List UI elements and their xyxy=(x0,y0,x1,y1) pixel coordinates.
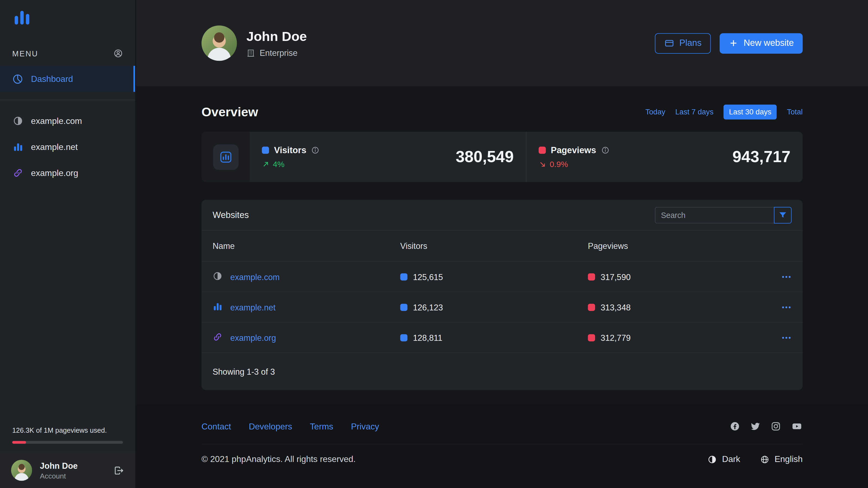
user-header: John Doe Enterprise xyxy=(246,29,307,58)
account-name: John Doe xyxy=(40,461,106,470)
visitors-value: 380,549 xyxy=(456,148,514,166)
trend-up-icon xyxy=(262,160,270,168)
pageviews-swatch xyxy=(588,334,595,341)
credit-card-icon xyxy=(664,38,675,48)
sidebar-item-example-org[interactable]: example.org xyxy=(0,160,135,186)
stat-delta-value: 0.9% xyxy=(550,160,568,169)
usage-section: 126.3K of 1M pageviews used. xyxy=(0,426,135,453)
plan-label: Enterprise xyxy=(259,48,298,58)
pageviews-count: 313,348 xyxy=(600,302,631,312)
account-card[interactable]: John Doe Account xyxy=(0,453,135,488)
contrast-icon xyxy=(12,116,23,126)
search-input[interactable] xyxy=(655,206,774,223)
visitors-count: 128,811 xyxy=(413,333,442,343)
filter-today[interactable]: Today xyxy=(645,108,665,116)
logout-icon[interactable] xyxy=(113,465,124,476)
twitter-icon[interactable] xyxy=(750,421,761,432)
user-circle-icon[interactable] xyxy=(113,49,123,58)
pageviews-swatch xyxy=(588,273,595,280)
pageviews-count: 312,779 xyxy=(600,333,631,343)
youtube-icon[interactable] xyxy=(791,421,803,432)
footer-link-contact[interactable]: Contact xyxy=(202,421,231,431)
visitors-count: 126,123 xyxy=(413,302,443,312)
page-title: John Doe xyxy=(246,29,307,44)
footer-link-terms[interactable]: Terms xyxy=(310,421,333,431)
sidebar-item-example-com[interactable]: example.com xyxy=(0,108,135,134)
filter-total[interactable]: Total xyxy=(787,108,803,116)
visitors-swatch xyxy=(400,303,408,311)
main: John Doe Enterprise xyxy=(136,0,868,488)
language-selector[interactable]: English xyxy=(760,454,803,464)
copyright: © 2021 phpAnalytics. All rights reserved… xyxy=(202,454,355,464)
info-icon[interactable] xyxy=(601,146,610,155)
usage-progress-fill xyxy=(12,441,26,444)
pageviews-swatch xyxy=(539,147,546,154)
footer-links: Contact Developers Terms Privacy xyxy=(202,421,379,431)
column-header-name: Name xyxy=(213,241,400,251)
link-icon xyxy=(12,167,23,178)
footer-link-developers[interactable]: Developers xyxy=(249,421,292,431)
table-row: example.net 126,123 313,348 xyxy=(202,292,803,322)
visitors-swatch xyxy=(400,273,408,280)
footer-link-privacy[interactable]: Privacy xyxy=(351,421,379,431)
column-header-pageviews: Pageviews xyxy=(588,241,769,251)
bar-chart-icon xyxy=(213,301,223,313)
search-group xyxy=(655,206,792,223)
sidebar-item-dashboard[interactable]: Dashboard xyxy=(0,66,135,92)
new-website-button[interactable]: New website xyxy=(720,33,803,54)
sidebar: MENU Dashboard xyxy=(0,0,135,488)
visitors-count: 125,615 xyxy=(413,272,443,282)
filter-last-30-days[interactable]: Last 30 days xyxy=(723,105,777,120)
account-meta: John Doe Account xyxy=(40,461,106,480)
row-actions-button[interactable] xyxy=(770,302,792,312)
instagram-icon[interactable] xyxy=(771,421,781,432)
sidebar-item-example-net[interactable]: example.net xyxy=(0,134,135,160)
websites-card: Websites xyxy=(202,200,803,390)
footer: Contact Developers Terms Privacy xyxy=(136,404,868,488)
globe-icon xyxy=(760,455,770,464)
logo-icon xyxy=(0,0,135,30)
usage-text: 126.3K of 1M pageviews used. xyxy=(12,426,123,434)
website-link[interactable]: example.org xyxy=(230,333,276,343)
pie-chart-icon xyxy=(12,73,23,84)
stats-icon-zone xyxy=(202,132,250,182)
avatar xyxy=(202,26,237,61)
info-icon[interactable] xyxy=(311,146,320,155)
website-link[interactable]: example.net xyxy=(230,302,276,312)
trend-down-icon xyxy=(539,160,547,168)
pageviews-value: 943,717 xyxy=(733,148,790,166)
visitors-swatch xyxy=(400,334,408,341)
stat-visitors: Visitors xyxy=(250,132,526,182)
plus-icon xyxy=(728,38,739,48)
sidebar-divider xyxy=(0,99,135,100)
sidebar-nav: Dashboard example.com xyxy=(0,66,135,186)
row-actions-button[interactable] xyxy=(770,271,792,282)
column-header-visitors: Visitors xyxy=(400,241,588,251)
stats-card: Visitors xyxy=(202,132,803,182)
pageviews-swatch xyxy=(588,303,595,311)
table-row: example.com 125,615 317,590 xyxy=(202,261,803,291)
theme-toggle[interactable]: Dark xyxy=(708,454,740,464)
stat-delta-value: 4% xyxy=(273,160,284,169)
table-row: example.org 128,811 312,779 xyxy=(202,322,803,352)
usage-progress-bar xyxy=(12,441,123,444)
table-header: Name Visitors Pageviews xyxy=(202,230,803,261)
filter-button[interactable] xyxy=(774,206,792,223)
plans-button[interactable]: Plans xyxy=(655,33,711,54)
funnel-icon xyxy=(778,210,787,220)
pagination-status: Showing 1-3 of 3 xyxy=(202,352,803,390)
stat-label: Pageviews xyxy=(551,145,596,155)
section-title: Overview xyxy=(202,105,258,120)
stat-pageviews: Pageviews xyxy=(526,132,803,182)
topbar: John Doe Enterprise xyxy=(136,0,868,86)
contrast-icon xyxy=(213,271,223,283)
sidebar-item-label: example.com xyxy=(31,116,82,126)
sidebar-item-label: example.net xyxy=(31,142,78,152)
visitors-swatch xyxy=(262,147,269,154)
row-actions-button[interactable] xyxy=(770,332,792,343)
filter-last-7-days[interactable]: Last 7 days xyxy=(675,108,714,116)
app: MENU Dashboard xyxy=(0,0,868,488)
facebook-icon[interactable] xyxy=(730,421,740,432)
website-link[interactable]: example.com xyxy=(230,272,280,282)
sidebar-item-label: example.org xyxy=(31,168,78,178)
